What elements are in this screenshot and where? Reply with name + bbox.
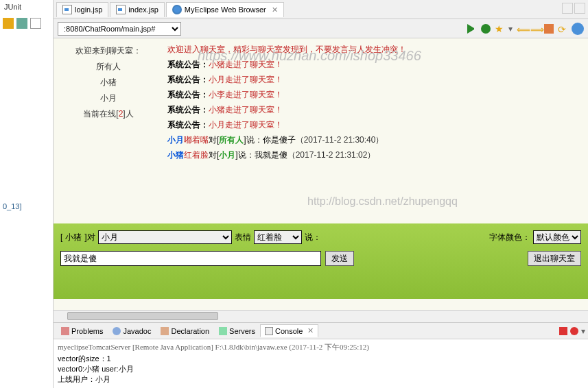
back-icon[interactable]: ⟸ <box>517 24 526 34</box>
console-line: 上线用户：小月 <box>58 374 584 385</box>
tab-label: Problems <box>71 327 103 335</box>
console-line: vector0:小猪 user:小月 <box>58 364 584 374</box>
chat-message-row: 小猪红着脸对[小月]说：我就是傻（2017-11-2 21:31:02） <box>167 148 584 162</box>
chat-input-row2: 发送 退出聊天室 <box>60 251 581 266</box>
tab-label: Javadoc <box>123 327 151 335</box>
msg-face: 红着脸 <box>184 150 209 160</box>
tab-servers[interactable]: Servers <box>214 325 260 337</box>
minimize-button[interactable] <box>562 3 573 14</box>
side-online: 当前在线[2]人 <box>59 108 158 120</box>
message-input[interactable] <box>60 251 321 266</box>
announce-label: 系统公告： <box>167 105 209 114</box>
target-select[interactable]: 小月 <box>98 230 232 244</box>
dropdown-icon[interactable]: ▾ <box>581 326 585 336</box>
dropdown-icon[interactable]: ▾ <box>508 24 513 34</box>
msg-dui: 对[ <box>209 135 219 145</box>
announce-label: 系统公告： <box>167 90 209 99</box>
announce-text: 小猪走进了聊天室！ <box>209 60 283 69</box>
tab-javadoc[interactable]: Javadoc <box>108 325 156 337</box>
side-user-1[interactable]: 小猪 <box>59 77 158 88</box>
tab-console[interactable]: Console✕ <box>260 324 318 337</box>
announcement-row: 系统公告：小猪走进了聊天室！ <box>167 103 584 117</box>
scrollbar-thumb[interactable] <box>67 312 218 320</box>
announce-label: 系统公告： <box>167 75 209 84</box>
left-sidebar: JUnit 0_13] <box>0 0 54 388</box>
declaration-icon <box>161 327 169 335</box>
msg-timestamp: （2017-11-2 21:31:02） <box>287 150 376 160</box>
watermark-2: http://blog.csdn.net/zhupengqq <box>307 195 458 208</box>
side-welcome: 欢迎来到聊天室： <box>59 45 158 57</box>
remove-icon[interactable] <box>570 327 578 335</box>
console-header: myeclipseTomcatServer [Remote Java Appli… <box>58 342 584 352</box>
tab-label: Declaration <box>171 327 209 335</box>
tool-icon-1[interactable] <box>3 18 14 29</box>
tool-icon-3[interactable] <box>30 18 41 29</box>
tab-login-jsp[interactable]: login.jsp <box>56 2 108 17</box>
tool-icon-2[interactable] <box>16 18 27 29</box>
maximize-button[interactable] <box>574 3 585 14</box>
tab-problems[interactable]: Problems <box>56 325 108 337</box>
msg-text: 我就是傻 <box>255 150 287 160</box>
javadoc-icon <box>113 327 121 335</box>
send-button[interactable]: 发送 <box>325 251 354 266</box>
jsp-icon <box>62 5 72 14</box>
msg-face: 嘟着嘴 <box>184 135 209 145</box>
side-everyone[interactable]: 所有人 <box>59 61 158 73</box>
color-label: 字体颜色： <box>489 232 530 243</box>
announce-label: 系统公告： <box>167 60 209 69</box>
refresh-icon[interactable]: ⟳ <box>558 24 567 34</box>
msg-timestamp: （2017-11-2 21:30:40） <box>296 135 384 145</box>
announce-text: 小猪走进了聊天室！ <box>209 105 283 114</box>
msg-shuo: 说： <box>238 150 255 160</box>
color-select[interactable]: 默认颜色 <box>533 230 581 244</box>
go-icon[interactable] <box>467 24 477 34</box>
msg-from: 小月 <box>167 135 184 145</box>
chat-message-row: 小月嘟着嘴对[所有人]说：你是傻子（2017-11-2 21:30:40） <box>167 133 584 147</box>
tab-web-browser[interactable]: MyEclipse Web Browser ✕ <box>166 2 284 17</box>
browser-address-row: :8080/ChatRoom/main.jsp# ★ ▾ ⟸ ⟹ ⟳ <box>54 19 588 38</box>
browser-globe-icon[interactable] <box>572 23 584 35</box>
tab-label: Console <box>275 327 303 335</box>
address-bar[interactable]: :8080/ChatRoom/main.jsp# <box>58 22 181 36</box>
from-close-label: ]对 <box>84 232 95 243</box>
announcement-row: 系统公告：小月走进了聊天室！ <box>167 118 584 132</box>
tab-index-jsp[interactable]: index.jsp <box>110 2 164 17</box>
side-user-2[interactable]: 小月 <box>59 93 158 104</box>
say-label: 说： <box>305 232 321 243</box>
chat-messages: https://www.huzhan.com/ishop33466 欢迎进入聊天… <box>163 38 588 223</box>
editor-tab-bar: login.jsp index.jsp MyEclipse Web Browse… <box>54 0 588 19</box>
tab-label: Servers <box>229 327 255 335</box>
debug-icon[interactable] <box>481 24 491 34</box>
online-prefix: 当前在线[ <box>83 109 118 119</box>
stop-icon[interactable] <box>544 24 554 34</box>
close-icon[interactable]: ✕ <box>272 5 278 14</box>
bottom-tab-bar: Problems Javadoc Declaration Servers Con… <box>54 323 588 339</box>
tab-declaration[interactable]: Declaration <box>156 325 214 337</box>
jsp-icon <box>116 5 126 14</box>
from-open: [ <box>60 232 62 242</box>
forward-icon[interactable]: ⟹ <box>530 24 540 34</box>
chat-upper: 欢迎来到聊天室： 所有人 小猪 小月 当前在线[2]人 https://www.… <box>54 38 588 223</box>
tab-label: index.jsp <box>128 5 158 14</box>
servers-icon <box>219 327 227 335</box>
announcement-row: 系统公告：小月走进了聊天室！ <box>167 73 584 86</box>
msg-from: 小猪 <box>167 150 184 160</box>
bottom-panel: Problems Javadoc Declaration Servers Con… <box>54 322 588 388</box>
face-select[interactable]: 红着脸 <box>254 230 302 244</box>
msg-to: 所有人 <box>219 135 244 145</box>
favorite-icon[interactable]: ★ <box>495 24 504 34</box>
exit-button[interactable]: 退出聊天室 <box>528 251 581 266</box>
chat-input-panel: [小猪 ]对 小月 表情 红着脸 说： 字体颜色： 默认颜色 发送 退出聊天室 <box>54 223 588 299</box>
junit-label: JUnit <box>0 0 53 14</box>
announce-text: 小李走进了聊天室！ <box>209 90 283 99</box>
close-icon[interactable]: ✕ <box>307 326 314 335</box>
terminate-icon[interactable] <box>559 327 567 335</box>
horizontal-scrollbar[interactable] <box>54 310 588 322</box>
console-line: vector的size：1 <box>58 354 584 364</box>
globe-icon <box>172 5 182 14</box>
browser-content: 欢迎来到聊天室： 所有人 小猪 小月 当前在线[2]人 https://www.… <box>54 38 588 306</box>
console-toolbar: ▾ <box>559 326 585 336</box>
from-user: 小猪 <box>65 232 82 243</box>
browser-toolbar: ★ ▾ ⟸ ⟹ ⟳ <box>467 23 584 35</box>
chat-sidebar: 欢迎来到聊天室： 所有人 小猪 小月 当前在线[2]人 <box>54 38 163 223</box>
